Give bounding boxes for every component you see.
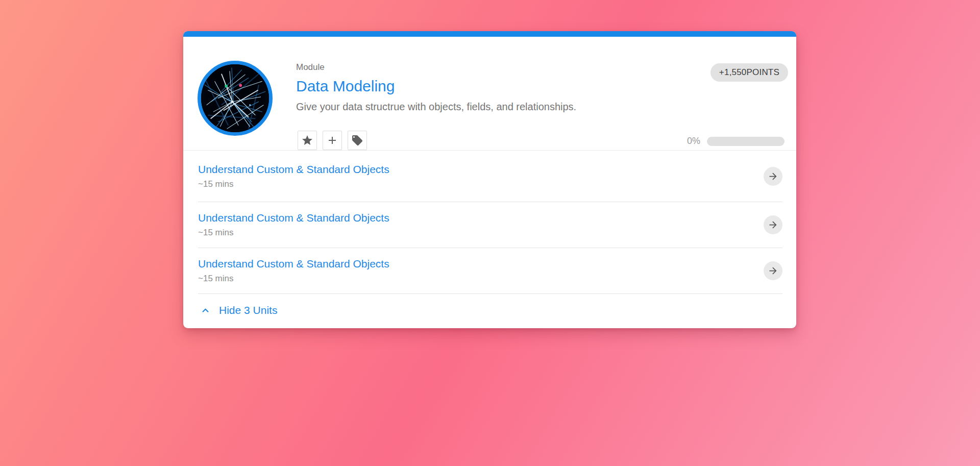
module-header: Module Data Modeling Give your data stru… [183, 37, 796, 150]
arrow-right-icon [768, 219, 778, 230]
unit-duration: ~15 mins [198, 274, 389, 284]
chevron-up-icon [199, 304, 212, 317]
arrow-right-icon [768, 171, 778, 182]
add-button[interactable] [323, 131, 342, 150]
network-image [201, 64, 269, 132]
module-avatar [198, 61, 273, 136]
module-card: Module Data Modeling Give your data stru… [183, 31, 796, 328]
unit-row: Understand Custom & Standard Objects ~15… [198, 248, 782, 294]
module-type-label: Module [296, 62, 684, 72]
unit-title-link[interactable]: Understand Custom & Standard Objects [198, 212, 389, 224]
progress-bar [707, 137, 785, 146]
tag-button[interactable] [348, 131, 367, 150]
module-header-text: Module Data Modeling Give your data stru… [296, 62, 684, 113]
hide-units-label: Hide 3 Units [219, 304, 277, 316]
module-actions [298, 131, 367, 150]
unit-text: Understand Custom & Standard Objects ~15… [198, 258, 389, 284]
unit-title-link[interactable]: Understand Custom & Standard Objects [198, 258, 389, 270]
star-icon [301, 134, 313, 146]
progress-row: 0% [687, 136, 785, 146]
unit-title-link[interactable]: Understand Custom & Standard Objects [198, 163, 389, 176]
hide-units-toggle[interactable]: Hide 3 Units [198, 294, 782, 327]
tag-icon [351, 134, 363, 146]
unit-text: Understand Custom & Standard Objects ~15… [198, 163, 389, 189]
module-title[interactable]: Data Modeling [296, 78, 684, 95]
unit-row: Understand Custom & Standard Objects ~15… [198, 151, 782, 202]
unit-row: Understand Custom & Standard Objects ~15… [198, 202, 782, 248]
progress-percent-label: 0% [687, 136, 700, 146]
unit-open-button[interactable] [764, 261, 782, 280]
unit-text: Understand Custom & Standard Objects ~15… [198, 212, 389, 238]
unit-open-button[interactable] [764, 215, 782, 234]
arrow-right-icon [768, 265, 778, 276]
unit-duration: ~15 mins [198, 228, 389, 238]
points-badge: +1,550POINTS [710, 63, 788, 82]
card-accent-bar [183, 31, 796, 37]
unit-duration: ~15 mins [198, 179, 389, 189]
unit-open-button[interactable] [764, 167, 782, 186]
favorite-button[interactable] [298, 131, 317, 150]
plus-icon [326, 134, 338, 146]
page-background: { "page": { "background_gradient": ["#fe… [0, 0, 980, 466]
module-description: Give your data structrue with objects, f… [296, 101, 684, 113]
